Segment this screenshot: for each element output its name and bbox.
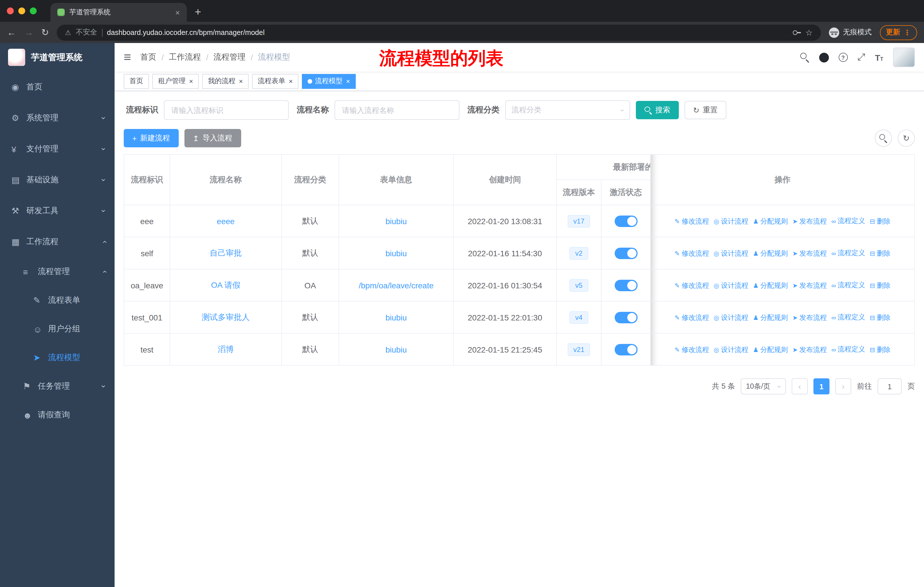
back-button[interactable]: ← — [7, 27, 16, 38]
sidebar-item-infrastructure[interactable]: ▤基础设施› — [0, 165, 115, 195]
process-name-link[interactable]: 滔博 — [218, 344, 234, 354]
process-name-link[interactable]: 测试多审批人 — [201, 312, 250, 321]
process-name-link[interactable]: OA 请假 — [211, 280, 241, 289]
sidebar-item-process-mgmt[interactable]: ≡流程管理› — [0, 257, 115, 286]
refresh-table-button[interactable]: ↻ — [898, 129, 915, 147]
view-tag[interactable]: 首页 — [124, 74, 149, 89]
view-tag[interactable]: 流程表单× — [252, 74, 299, 89]
action-assign-link[interactable]: ♟分配规则 — [753, 313, 788, 322]
view-tag[interactable]: 流程模型× — [302, 74, 356, 89]
action-definition-link[interactable]: ∞流程定义 — [832, 280, 865, 290]
close-window-button[interactable] — [7, 7, 14, 14]
action-edit-link[interactable]: ✎修改流程 — [675, 345, 709, 355]
toggle-search-button[interactable] — [875, 129, 892, 147]
action-definition-link[interactable]: ∞流程定义 — [832, 248, 865, 258]
prev-page-button[interactable]: ‹ — [792, 378, 808, 394]
action-delete-link[interactable]: ⊟删除 — [870, 248, 891, 258]
sidebar-item-workflow[interactable]: ▦工作流程› — [0, 227, 115, 257]
filter-select[interactable]: 流程分类› — [505, 100, 630, 120]
help-icon[interactable]: ? — [838, 53, 848, 62]
action-assign-link[interactable]: ♟分配规则 — [753, 345, 788, 355]
action-edit-link[interactable]: ✎修改流程 — [675, 248, 709, 258]
action-definition-link[interactable]: ∞流程定义 — [832, 313, 865, 322]
sidebar-item-system-mgmt[interactable]: ⚙系统管理› — [0, 103, 115, 134]
breadcrumb-item[interactable]: 工作流程 — [169, 52, 201, 63]
view-tag[interactable]: 租户管理× — [152, 74, 199, 89]
sidebar-item-task-mgmt[interactable]: ⚑任务管理› — [0, 372, 115, 401]
search-icon[interactable] — [800, 53, 809, 62]
sidebar-item-home[interactable]: ◉首页 — [0, 72, 115, 103]
action-design-link[interactable]: ◎设计流程 — [713, 313, 748, 322]
sidebar-item-leave-query[interactable]: ☻请假查询 — [0, 401, 115, 429]
active-switch[interactable] — [614, 312, 637, 323]
process-name-link[interactable]: 自己审批 — [210, 248, 242, 257]
next-page-button[interactable]: › — [835, 378, 851, 394]
browser-tab[interactable]: 芋道管理系统 × — [50, 3, 187, 22]
action-delete-link[interactable]: ⊟删除 — [870, 217, 891, 226]
sidebar-item-user-group[interactable]: ☺用户分组 — [0, 315, 115, 343]
action-design-link[interactable]: ◎设计流程 — [713, 217, 748, 226]
app-logo[interactable]: 芋道管理系统 — [0, 43, 115, 72]
action-assign-link[interactable]: ♟分配规则 — [753, 217, 788, 226]
action-definition-link[interactable]: ∞流程定义 — [832, 216, 865, 226]
hamburger-icon[interactable]: ≡ — [124, 50, 131, 65]
current-page[interactable]: 1 — [813, 378, 830, 394]
form-link[interactable]: biubiu — [386, 248, 407, 258]
action-definition-link[interactable]: ∞流程定义 — [832, 344, 865, 354]
filter-input-0[interactable] — [164, 100, 289, 120]
action-publish-link[interactable]: ➤发布流程 — [792, 248, 827, 258]
reset-button[interactable]: ↻ 重置 — [685, 101, 726, 119]
action-publish-link[interactable]: ➤发布流程 — [792, 281, 827, 290]
form-link[interactable]: biubiu — [386, 313, 407, 322]
bookmark-star-icon[interactable]: ☆ — [805, 28, 813, 37]
page-size-select[interactable]: 10条/页 › — [741, 378, 786, 394]
forward-button[interactable]: → — [24, 27, 33, 38]
breadcrumb-item[interactable]: 首页 — [140, 52, 157, 63]
goto-page-input[interactable] — [878, 378, 902, 394]
search-button[interactable]: 搜索 — [636, 101, 679, 119]
key-icon[interactable] — [793, 28, 801, 36]
action-design-link[interactable]: ◎设计流程 — [713, 248, 748, 258]
process-name-link[interactable]: eeee — [217, 217, 234, 226]
create-process-button[interactable]: + 新建流程 — [124, 129, 178, 147]
sidebar-item-process-form[interactable]: ✎流程表单 — [0, 286, 115, 315]
tag-close-icon[interactable]: × — [289, 77, 293, 85]
tab-close-icon[interactable]: × — [175, 8, 180, 17]
action-edit-link[interactable]: ✎修改流程 — [675, 313, 709, 322]
filter-input-1[interactable] — [335, 100, 459, 120]
github-icon[interactable] — [819, 53, 828, 62]
menu-dots-icon[interactable]: ⋮ — [904, 28, 911, 37]
tag-close-icon[interactable]: × — [239, 77, 243, 85]
new-tab-button[interactable]: + — [195, 6, 201, 18]
minimize-window-button[interactable] — [18, 7, 25, 14]
update-button[interactable]: 更新 ⋮ — [879, 25, 917, 40]
form-link[interactable]: /bpm/oa/leave/create — [359, 281, 434, 290]
active-switch[interactable] — [614, 247, 637, 259]
sidebar-item-payment-mgmt[interactable]: ¥支付管理› — [0, 134, 115, 165]
action-design-link[interactable]: ◎设计流程 — [713, 345, 748, 355]
tag-close-icon[interactable]: × — [189, 77, 193, 85]
sidebar-item-dev-tools[interactable]: ⚒研发工具› — [0, 195, 115, 227]
action-assign-link[interactable]: ♟分配规则 — [753, 281, 788, 290]
active-switch[interactable] — [614, 279, 637, 291]
breadcrumb-item[interactable]: 流程管理 — [213, 52, 246, 63]
action-edit-link[interactable]: ✎修改流程 — [675, 281, 709, 290]
action-design-link[interactable]: ◎设计流程 — [713, 281, 748, 290]
action-publish-link[interactable]: ➤发布流程 — [792, 217, 827, 226]
import-process-button[interactable]: ↥ 导入流程 — [184, 129, 241, 147]
action-edit-link[interactable]: ✎修改流程 — [675, 217, 709, 226]
action-delete-link[interactable]: ⊟删除 — [870, 281, 891, 290]
action-delete-link[interactable]: ⊟删除 — [870, 313, 891, 322]
action-publish-link[interactable]: ➤发布流程 — [792, 345, 827, 355]
form-link[interactable]: biubiu — [386, 345, 407, 354]
active-switch[interactable] — [614, 215, 637, 227]
sidebar-item-process-model[interactable]: ➤流程模型 — [0, 343, 115, 372]
tag-close-icon[interactable]: × — [346, 77, 350, 85]
view-tag[interactable]: 我的流程× — [202, 74, 249, 89]
action-publish-link[interactable]: ➤发布流程 — [792, 313, 827, 322]
active-switch[interactable] — [614, 344, 637, 355]
zoom-window-button[interactable] — [30, 7, 37, 14]
reload-button[interactable]: ↻ — [41, 27, 49, 38]
user-avatar[interactable] — [893, 48, 915, 67]
action-delete-link[interactable]: ⊟删除 — [870, 345, 891, 355]
